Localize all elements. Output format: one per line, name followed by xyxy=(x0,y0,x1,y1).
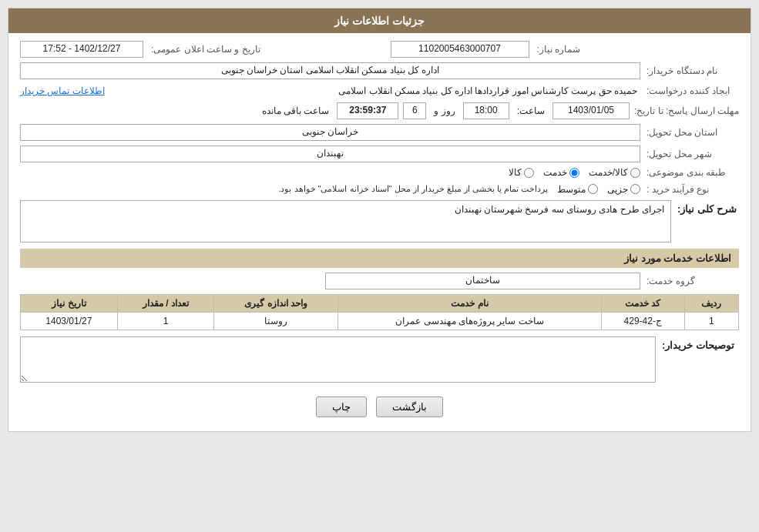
tabaqe-label: طبقه بندی موضوعی: xyxy=(646,167,739,178)
page-title: جزئیات اطلاعات نیاز xyxy=(8,8,751,33)
saat-label: ساعت: xyxy=(514,104,548,118)
col-radif: ردیف xyxy=(684,295,738,313)
radio-kala-khadamat-item: کالا/خدمت xyxy=(589,167,640,178)
ijad-konande-label: ایجاد کننده درخواست: xyxy=(646,85,739,96)
rooz-label: روز و xyxy=(431,104,458,118)
cell-count: 1 xyxy=(117,313,214,330)
saat-value: 18:00 xyxy=(463,102,509,119)
section2-header: اطلاعات خدمات مورد نیاز xyxy=(20,249,739,268)
radio-motavaset-label: متوسط xyxy=(557,184,586,195)
gorooh-khadamat-label: گروه خدمت: xyxy=(646,276,739,286)
radio-motavaset-item: متوسط xyxy=(557,184,598,195)
shahr-tahvil-label: شهر محل تحویل: xyxy=(646,149,739,159)
print-button[interactable]: چاپ xyxy=(316,396,367,417)
ostan-tahvil-value: خراسان جنوبی xyxy=(20,124,640,141)
col-name: نام خدمت xyxy=(338,295,601,313)
shomara-niaz-value: 1102005463000707 xyxy=(391,41,529,58)
tarikh-aalan-label: تاریخ و ساعت اعلان عمومی: xyxy=(148,42,264,56)
nam-dastgah-value: اداره کل بنیاد مسکن انقلاب اسلامی استان … xyxy=(20,62,640,79)
shomara-niaz-label: شماره نیاز: xyxy=(534,42,584,56)
radio-kala[interactable] xyxy=(524,168,534,178)
radio-khadamat-item: خدمت xyxy=(543,167,579,178)
radio-kala-khadamat-label: کالا/خدمت xyxy=(589,167,628,178)
tarikh-value: 1403/01/05 xyxy=(552,102,630,119)
ostan-tahvil-label: استان محل تحویل: xyxy=(646,127,739,138)
radio-pardakht-label: پرداخت تمام یا بخشی از مبلغ خریدار از مح… xyxy=(20,182,551,196)
col-unit: واحد اندازه گیری xyxy=(214,295,338,313)
sharh-koli-label: شرح کلی نیاز: xyxy=(677,200,739,215)
gorooh-khadamat-value: ساختمان xyxy=(325,273,641,289)
sharh-koli-value: اجرای طرح هادی روستای سه فرسخ شهرستان نه… xyxy=(20,200,671,243)
cell-code: ج-42-429 xyxy=(601,313,684,330)
radio-khadamat[interactable] xyxy=(569,168,579,178)
toseeh-kharidar-label: توصیحات خریدار: xyxy=(662,336,739,351)
back-button[interactable]: بازگشت xyxy=(376,396,443,417)
baqi-mande-value: 23:59:37 xyxy=(337,102,398,119)
cell-radif: 1 xyxy=(684,313,738,330)
radio-jozvi[interactable] xyxy=(630,184,640,194)
mohlat-label: مهلت ارسال پاسخ: تا تاریخ: xyxy=(634,105,739,116)
cell-unit: روستا xyxy=(214,313,338,330)
table-row: 1ج-42-429ساخت سایر پروژه‌های مهندسی عمرا… xyxy=(21,313,739,330)
radio-kala-khadamat[interactable] xyxy=(630,168,640,178)
col-count: تعداد / مقدار xyxy=(117,295,214,313)
col-code: کد خدمت xyxy=(601,295,684,313)
toseeh-kharidar-input[interactable] xyxy=(20,336,656,383)
ijad-konande-value: حمیده حق پرست کارشناس امور قراردادها ادا… xyxy=(111,84,640,98)
nooe-farayand-label: نوع فرآیند خرید : xyxy=(646,184,739,195)
footer-buttons: بازگشت چاپ xyxy=(20,387,739,423)
nam-dastgah-label: نام دستگاه خریدار: xyxy=(646,65,739,76)
radio-kala-label: کالا xyxy=(509,167,522,178)
rooz-value: 6 xyxy=(403,102,426,119)
shahr-tahvil-value: نهبندان xyxy=(20,146,640,162)
service-table: ردیف کد خدمت نام خدمت واحد اندازه گیری ت… xyxy=(20,294,739,330)
cell-name: ساخت سایر پروژه‌های مهندسی عمران xyxy=(338,313,601,330)
tarikh-aalan-value: 1402/12/27 - 17:52 xyxy=(20,41,143,58)
radio-kala-item: کالا xyxy=(509,167,534,178)
baqi-mande-label: ساعت باقی مانده xyxy=(259,104,333,118)
ijad-konande-link[interactable]: اطلاعات تماس خریدار xyxy=(20,85,105,96)
cell-date: 1403/01/27 xyxy=(21,313,118,330)
col-date: تاریخ نیاز xyxy=(21,295,118,313)
farayand-radio-group: جزیی متوسط xyxy=(557,184,640,195)
radio-jozvi-item: جزیی xyxy=(607,184,640,195)
tabaqe-radio-group: کالا/خدمت خدمت کالا xyxy=(509,167,640,178)
radio-khadamat-label: خدمت xyxy=(543,167,567,178)
radio-jozvi-label: جزیی xyxy=(607,184,628,195)
radio-motavaset[interactable] xyxy=(588,184,598,194)
